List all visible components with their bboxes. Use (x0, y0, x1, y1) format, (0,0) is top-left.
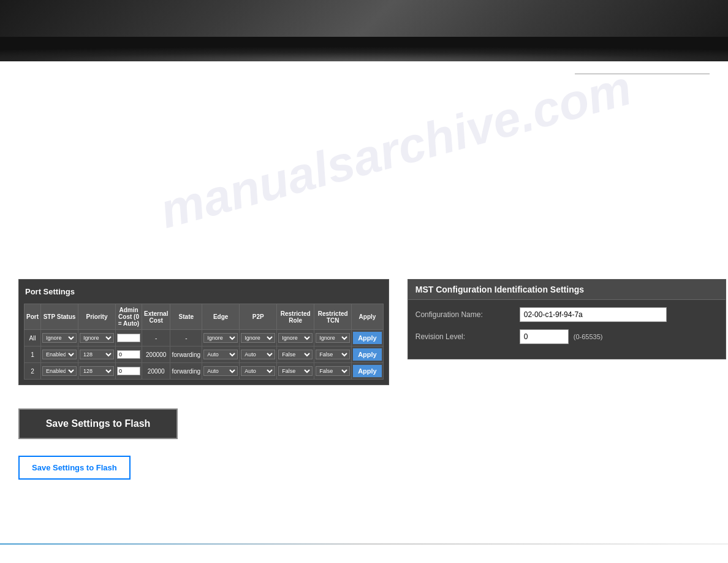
col-admin-cost: Admin Cost (0 = Auto) (116, 304, 142, 330)
row2-priority[interactable]: 128 (78, 363, 116, 380)
mst-config-body: Configuration Name: Revision Level: (0-6… (408, 300, 726, 359)
row-all-priority-select[interactable]: Ignore 128 (80, 333, 114, 343)
mst-config-name-label: Configuration Name: (415, 310, 520, 319)
save-settings-flash-light-button[interactable]: Save Settings to Flash (18, 456, 131, 480)
row1-admin-cost[interactable] (116, 347, 142, 363)
row2-admin-cost[interactable] (116, 363, 142, 380)
row-all-port: All (25, 330, 41, 347)
table-row: 2 Enabled Disabled 128 (25, 363, 384, 380)
port-settings-box: Port Settings Port STP Status Priority A… (18, 279, 389, 385)
mst-config-title: MST Configuration Identification Setting… (408, 280, 726, 300)
row-all-stp[interactable]: Ignore Enabled Disabled (41, 330, 78, 347)
row2-restricted-role[interactable]: False True (277, 363, 314, 380)
row2-restricted-tcn-select[interactable]: False True (316, 366, 350, 376)
port-settings-table: Port STP Status Priority Admin Cost (0 =… (24, 304, 384, 380)
mst-revision-level-label: Revision Level: (415, 332, 520, 341)
row-all-restricted-tcn-select[interactable]: Ignore True False (316, 333, 350, 343)
row2-restricted-tcn[interactable]: False True (314, 363, 352, 380)
row1-admin-cost-input[interactable] (117, 350, 140, 359)
row1-p2p[interactable]: Auto True False (240, 347, 277, 363)
col-stp-status: STP Status (41, 304, 78, 330)
col-p2p: P2P (240, 304, 277, 330)
row-all-p2p-select[interactable]: Ignore Auto True False (241, 333, 275, 343)
left-section: Port Settings Port STP Status Priority A… (18, 279, 389, 480)
row-all-priority[interactable]: Ignore 128 (78, 330, 116, 347)
mst-revision-level-row: Revision Level: (0-65535) (415, 329, 718, 344)
col-port: Port (25, 304, 41, 330)
row1-restricted-tcn[interactable]: False True (314, 347, 352, 363)
table-row: All Ignore Enabled Disabled (25, 330, 384, 347)
mst-config-name-input[interactable] (520, 307, 667, 322)
row1-priority[interactable]: 128 (78, 347, 116, 363)
row-all-restricted-role[interactable]: Ignore True False (277, 330, 314, 347)
mst-revision-level-input[interactable] (520, 329, 569, 344)
row2-admin-cost-input[interactable] (117, 367, 140, 375)
row1-apply-button[interactable]: Apply (353, 348, 382, 361)
row1-restricted-role-select[interactable]: False True (278, 350, 313, 359)
row2-edge-select[interactable]: Auto True False (203, 366, 238, 376)
row1-priority-select[interactable]: 128 (80, 350, 114, 359)
mst-config-name-row: Configuration Name: (415, 307, 718, 322)
col-restricted-tcn: Restricted TCN (314, 304, 352, 330)
row2-stp[interactable]: Enabled Disabled (41, 363, 78, 380)
row-all-restricted-role-select[interactable]: Ignore True False (278, 333, 313, 343)
row-all-admin-cost[interactable] (116, 330, 142, 347)
col-external-cost: External Cost (142, 304, 170, 330)
col-edge: Edge (202, 304, 240, 330)
row1-edge-select[interactable]: Auto True False (203, 350, 238, 359)
row1-stp[interactable]: Enabled Disabled (41, 347, 78, 363)
col-state: State (170, 304, 202, 330)
main-content-row: Port Settings Port STP Status Priority A… (18, 279, 710, 480)
row1-port: 1 (25, 347, 41, 363)
row2-port: 2 (25, 363, 41, 380)
row1-restricted-tcn-select[interactable]: False True (316, 350, 350, 359)
row1-p2p-select[interactable]: Auto True False (241, 350, 275, 359)
table-row: 1 Enabled Disabled 128 (25, 347, 384, 363)
col-priority: Priority (78, 304, 116, 330)
row1-edge[interactable]: Auto True False (202, 347, 240, 363)
col-apply: Apply (352, 304, 384, 330)
row2-restricted-role-select[interactable]: False True (278, 366, 313, 376)
row2-external-cost: 20000 (142, 363, 170, 380)
save-settings-flash-dark-button[interactable]: Save Settings to Flash (18, 408, 178, 439)
row2-apply-cell[interactable]: Apply (352, 363, 384, 380)
row-all-p2p[interactable]: Ignore Auto True False (240, 330, 277, 347)
row2-p2p-select[interactable]: Auto True False (241, 366, 275, 376)
bottom-divider (0, 543, 728, 545)
row2-priority-select[interactable]: 128 (80, 366, 114, 376)
mst-revision-level-hint: (0-65535) (574, 333, 603, 340)
top-decoration-line (575, 74, 710, 74)
header-banner (0, 0, 728, 61)
row2-p2p[interactable]: Auto True False (240, 363, 277, 380)
row-all-apply-button[interactable]: Apply (353, 332, 382, 344)
mst-config-box: MST Configuration Identification Setting… (408, 279, 726, 359)
row-all-state: - (170, 330, 202, 347)
row1-restricted-role[interactable]: False True (277, 347, 314, 363)
row-all-stp-select[interactable]: Ignore Enabled Disabled (42, 333, 77, 343)
row2-stp-select[interactable]: Enabled Disabled (42, 366, 77, 376)
row-all-restricted-tcn[interactable]: Ignore True False (314, 330, 352, 347)
row1-external-cost: 200000 (142, 347, 170, 363)
row-all-external-cost: - (142, 330, 170, 347)
row1-apply-cell[interactable]: Apply (352, 347, 384, 363)
row2-state: forwarding (170, 363, 202, 380)
row1-state: forwarding (170, 347, 202, 363)
row-all-edge[interactable]: Ignore Auto True False (202, 330, 240, 347)
row2-apply-button[interactable]: Apply (353, 365, 382, 377)
row-all-admin-cost-input[interactable] (117, 334, 140, 342)
row-all-edge-select[interactable]: Ignore Auto True False (203, 333, 238, 343)
row2-edge[interactable]: Auto True False (202, 363, 240, 380)
row-all-apply-cell[interactable]: Apply (352, 330, 384, 347)
row1-stp-select[interactable]: Enabled Disabled (42, 350, 77, 359)
col-restricted-role: Restricted Role (277, 304, 314, 330)
port-settings-title: Port Settings (24, 285, 384, 299)
